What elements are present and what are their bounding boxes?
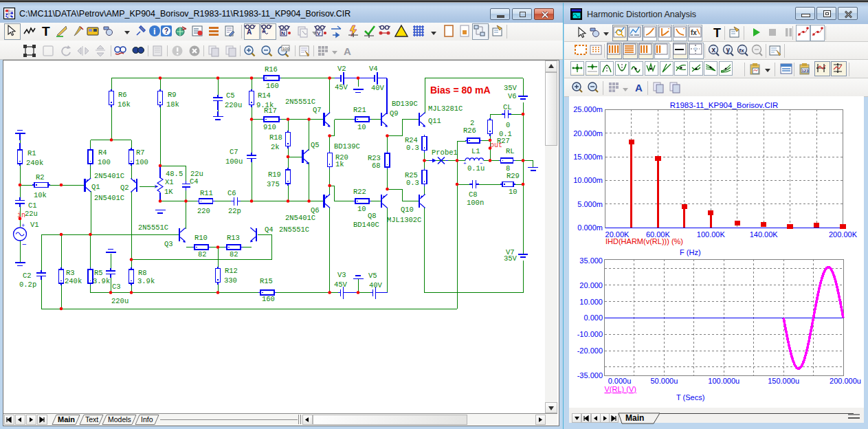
svg-text:10: 10 [357, 205, 366, 213]
svg-text:R22: R22 [353, 188, 366, 196]
svg-text:R29: R29 [507, 172, 520, 180]
svg-text:C7: C7 [230, 148, 238, 156]
svg-text:25.000m: 25.000m [573, 105, 603, 113]
svg-text:R11: R11 [200, 189, 213, 197]
svg-text:-20.000: -20.000 [577, 346, 603, 355]
svg-text:22u: 22u [25, 210, 38, 218]
svg-text:2N5401C: 2N5401C [94, 172, 124, 180]
svg-text:R1983-11_KP904_Borisov.CIR: R1983-11_KP904_Borisov.CIR [670, 101, 778, 109]
svg-text:100.000u: 100.000u [708, 377, 739, 385]
svg-text:-10.000: -10.000 [577, 330, 603, 338]
svg-text:RL: RL [506, 147, 515, 155]
svg-text:IHD(HARM(v(RL))) (%): IHD(HARM(v(RL))) (%) [605, 237, 683, 245]
svg-text:1k: 1k [335, 160, 344, 168]
svg-text:BD139C: BD139C [334, 142, 360, 151]
svg-text:220: 220 [197, 207, 210, 215]
svg-text:Q9: Q9 [390, 109, 399, 118]
svg-text:1K: 1K [164, 188, 173, 196]
svg-text:100n: 100n [467, 199, 484, 207]
svg-text:375: 375 [267, 180, 280, 188]
svg-text:220u: 220u [111, 297, 129, 305]
svg-text:Bias = 80 mA: Bias = 80 mA [430, 85, 491, 96]
svg-text:330: 330 [224, 276, 237, 285]
svg-text:123: 123 [802, 69, 810, 73]
svg-text:i: i [153, 26, 156, 36]
svg-text:A: A [635, 82, 643, 94]
svg-text:2k: 2k [271, 143, 280, 151]
svg-text:R14: R14 [258, 91, 271, 100]
svg-text:48.5: 48.5 [166, 170, 183, 178]
svg-text:2N5401C: 2N5401C [94, 194, 124, 202]
svg-text:R8: R8 [138, 269, 147, 277]
svg-text:10.000m: 10.000m [573, 176, 603, 184]
svg-text:V4: V4 [369, 65, 378, 73]
svg-text:20.000: 20.000 [579, 281, 603, 289]
svg-text:in: in [17, 212, 25, 219]
svg-text:Q2: Q2 [120, 184, 129, 192]
svg-text:BD139C: BD139C [392, 100, 418, 108]
svg-text:MJL1302C: MJL1302C [387, 216, 421, 224]
svg-text:35.000: 35.000 [579, 256, 603, 265]
svg-text:2N5551C: 2N5551C [138, 223, 168, 232]
svg-text:8: 8 [506, 164, 510, 173]
svg-text:L1: L1 [471, 147, 480, 155]
svg-text:0.000u: 0.000u [608, 377, 632, 385]
svg-text:−: − [22, 241, 27, 249]
svg-text:R17: R17 [264, 107, 277, 115]
svg-text:C2: C2 [23, 272, 32, 280]
svg-text:X1: X1 [165, 178, 174, 186]
svg-text:+: + [21, 223, 25, 230]
svg-text:10.000: 10.000 [579, 298, 603, 306]
svg-text:68: 68 [372, 162, 381, 170]
svg-text:N: N [281, 30, 285, 36]
svg-text:V3: V3 [337, 271, 346, 279]
svg-text:x: x [712, 46, 716, 54]
svg-text:15.000m: 15.000m [573, 153, 603, 161]
svg-text:C8: C8 [469, 190, 478, 199]
svg-text:V1: V1 [30, 221, 39, 229]
svg-text:out: out [490, 142, 502, 149]
svg-text:0.3: 0.3 [406, 179, 419, 187]
svg-text:240k: 240k [26, 159, 43, 167]
svg-text:V2: V2 [337, 65, 346, 73]
svg-text:Q10: Q10 [401, 206, 414, 214]
svg-text:-35.000: -35.000 [577, 371, 603, 380]
svg-text:A: A [247, 28, 252, 36]
svg-text:MJL3281C: MJL3281C [428, 104, 463, 113]
svg-text:F (Hz): F (Hz) [680, 248, 701, 256]
svg-text:C1: C1 [28, 201, 37, 210]
svg-text:100: 100 [282, 47, 290, 51]
svg-text:R12: R12 [225, 267, 238, 275]
svg-text:160: 160 [266, 82, 279, 90]
svg-text:fx: fx [691, 29, 697, 36]
svg-text:35V: 35V [504, 254, 518, 263]
svg-text:R16: R16 [265, 65, 278, 74]
svg-text:150.000u: 150.000u [768, 377, 799, 385]
svg-text:R2: R2 [36, 173, 45, 182]
svg-text:0.3: 0.3 [406, 144, 419, 152]
svg-text:+: + [463, 160, 467, 166]
svg-text:Q4: Q4 [265, 226, 274, 234]
svg-text:V(RL) (V): V(RL) (V) [605, 385, 636, 393]
svg-text:2N5551C: 2N5551C [285, 98, 315, 106]
svg-text:35V: 35V [504, 84, 518, 92]
svg-text:C5: C5 [226, 91, 235, 100]
svg-text:T: T [42, 24, 50, 38]
svg-text:0.000: 0.000 [583, 314, 603, 322]
svg-text:50.000u: 50.000u [650, 377, 678, 385]
svg-text:82: 82 [230, 250, 238, 258]
svg-text:Q8: Q8 [368, 212, 377, 220]
svg-text:R1: R1 [27, 149, 36, 157]
svg-text:R6: R6 [118, 91, 127, 99]
svg-text:BD140C: BD140C [353, 221, 379, 229]
svg-text:3.9k: 3.9k [137, 277, 155, 285]
svg-text:10k: 10k [34, 191, 47, 199]
svg-text:10: 10 [509, 188, 518, 196]
svg-text:100: 100 [98, 158, 111, 166]
svg-text:0: 0 [506, 121, 510, 129]
svg-text:Q5: Q5 [311, 141, 320, 149]
svg-text:Probe1: Probe1 [432, 148, 458, 157]
svg-text:R21: R21 [353, 106, 366, 114]
svg-text:T (Secs): T (Secs) [676, 393, 704, 402]
svg-text:3.9k: 3.9k [93, 277, 110, 285]
